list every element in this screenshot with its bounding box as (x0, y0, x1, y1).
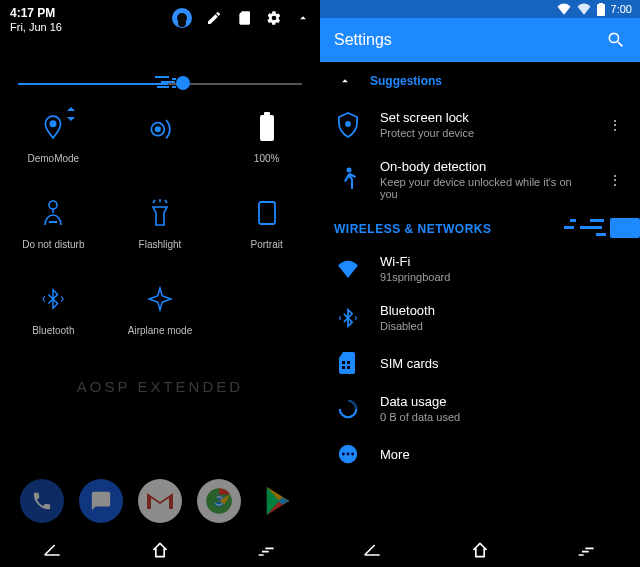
svg-rect-18 (597, 4, 605, 16)
svg-point-35 (351, 453, 354, 456)
walking-person-icon (334, 167, 362, 193)
qs-tile-signal[interactable] (107, 111, 214, 197)
svg-rect-12 (49, 221, 57, 223)
qs-tile-portrait[interactable]: Portrait (213, 197, 320, 283)
row-texts: SIM cards (380, 356, 626, 371)
clock-block: 4:17 PM Fri, Jun 16 (10, 6, 62, 35)
qs-tile-label: DemoMode (27, 153, 79, 164)
qs-tile-label: Portrait (251, 239, 283, 250)
portrait-lock-icon (256, 197, 278, 229)
airplane-icon (147, 283, 173, 315)
nav-bar (320, 533, 640, 567)
svg-point-0 (176, 76, 190, 90)
collapse-caret-icon[interactable] (296, 11, 310, 25)
svg-point-33 (342, 453, 345, 456)
row-secondary: Protect your device (380, 127, 586, 139)
back-button[interactable] (363, 542, 383, 558)
row-primary: Bluetooth (380, 303, 626, 318)
recents-button[interactable] (257, 542, 277, 558)
qs-tile-airplane[interactable]: Airplane mode (107, 283, 214, 369)
chrome-app-icon[interactable] (197, 479, 241, 523)
sim-icon[interactable] (236, 10, 252, 26)
wifi-status-icon (557, 3, 571, 15)
row-secondary: 91springboard (380, 271, 626, 283)
overflow-icon[interactable]: ⋮ (604, 172, 626, 188)
clock-date: Fri, Jun 16 (10, 21, 62, 35)
status-bar: 7:00 (320, 0, 640, 18)
row-primary: More (380, 447, 626, 462)
quick-settings-panel: 4:17 PM Fri, Jun 16 (0, 0, 320, 567)
svg-point-8 (156, 127, 160, 131)
svg-rect-30 (342, 366, 345, 369)
svg-rect-3 (157, 86, 169, 88)
row-texts: Data usage 0 B of data used (380, 394, 626, 423)
nav-bar (0, 533, 320, 567)
qs-tile-dnd[interactable]: Do not disturb (0, 197, 107, 283)
battery-status-icon (597, 3, 605, 16)
bluetooth-icon (334, 306, 362, 330)
streak-decor-icon (550, 216, 640, 240)
section-label: WIRELESS & NETWORKS (334, 222, 492, 236)
home-button[interactable] (470, 540, 490, 560)
qs-tile-flashlight[interactable]: Flashlight (107, 197, 214, 283)
data-usage-icon (334, 398, 362, 420)
gmail-app-icon[interactable] (138, 479, 182, 523)
svg-point-6 (51, 121, 56, 126)
play-store-app-icon[interactable] (256, 479, 300, 523)
slider-thumb-comet-icon (155, 68, 195, 98)
qs-tile-demomode[interactable]: DemoMode (0, 111, 107, 197)
svg-point-11 (49, 201, 57, 209)
more-icon (334, 443, 362, 465)
qs-tile-bluetooth[interactable]: Bluetooth (0, 283, 107, 369)
gear-icon[interactable] (266, 10, 282, 26)
settings-item-wifi[interactable]: Wi-Fi 91springboard (320, 244, 640, 293)
svg-rect-25 (596, 233, 606, 236)
svg-rect-27 (564, 226, 574, 229)
signal-icon (147, 111, 173, 143)
qs-tile-battery[interactable]: 100% (213, 111, 320, 197)
row-secondary: Keep your device unlocked while it's on … (380, 176, 586, 200)
settings-item-data-usage[interactable]: Data usage 0 B of data used (320, 384, 640, 433)
settings-item-sim[interactable]: SIM cards (320, 342, 640, 384)
search-icon[interactable] (606, 30, 626, 50)
row-primary: On-body detection (380, 159, 586, 174)
svg-rect-2 (161, 81, 175, 83)
suggestion-screen-lock[interactable]: Set screen lock Protect your device ⋮ (320, 100, 640, 149)
sim-card-icon (334, 352, 362, 374)
user-avatar-icon[interactable] (172, 8, 192, 28)
row-secondary: Disabled (380, 320, 626, 332)
dnd-icon (41, 197, 65, 229)
settings-item-bluetooth[interactable]: Bluetooth Disabled (320, 293, 640, 342)
row-primary: Set screen lock (380, 110, 586, 125)
status-clock: 7:00 (611, 3, 632, 15)
svg-rect-4 (172, 78, 176, 80)
suggestions-label: Suggestions (370, 74, 442, 88)
header-icons (172, 6, 310, 28)
settings-item-more[interactable]: More (320, 433, 640, 475)
sort-icon (66, 107, 76, 121)
svg-rect-5 (172, 86, 176, 88)
messages-app-icon[interactable] (79, 479, 123, 523)
suggestion-onbody[interactable]: On-body detection Keep your device unloc… (320, 149, 640, 210)
svg-rect-13 (259, 202, 275, 224)
svg-rect-9 (260, 115, 274, 141)
svg-point-21 (347, 167, 352, 172)
svg-rect-24 (580, 226, 602, 229)
shield-icon (334, 112, 362, 138)
recents-button[interactable] (577, 542, 597, 558)
qs-tile-label: 100% (254, 153, 280, 164)
status-bar: 4:17 PM Fri, Jun 16 (0, 0, 320, 35)
overflow-icon[interactable]: ⋮ (604, 117, 626, 133)
clock-time: 4:17 PM (10, 6, 62, 21)
back-button[interactable] (43, 542, 63, 558)
svg-rect-10 (264, 112, 270, 116)
phone-app-icon[interactable] (20, 479, 64, 523)
brightness-slider[interactable] (0, 65, 320, 105)
row-texts: On-body detection Keep your device unloc… (380, 159, 586, 200)
suggestions-header[interactable]: Suggestions (320, 62, 640, 100)
edit-icon[interactable] (206, 10, 222, 26)
svg-rect-31 (347, 366, 350, 369)
home-button[interactable] (150, 540, 170, 560)
chevron-up-icon (338, 74, 352, 88)
battery-icon (258, 111, 276, 143)
